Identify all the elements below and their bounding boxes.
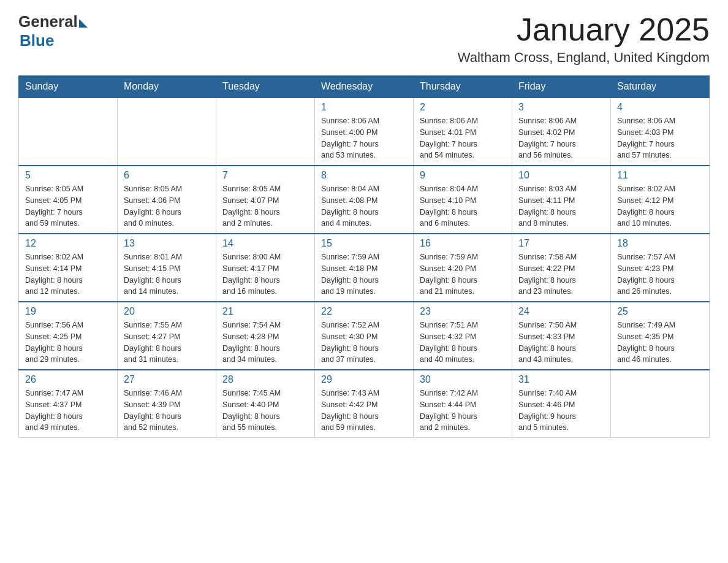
logo-blue-text: Blue [20, 31, 54, 50]
week-row-1: 1Sunrise: 8:06 AMSunset: 4:00 PMDaylight… [19, 98, 710, 166]
calendar-cell: 17Sunrise: 7:58 AMSunset: 4:22 PMDayligh… [512, 234, 611, 302]
calendar-cell: 7Sunrise: 8:05 AMSunset: 4:07 PMDaylight… [216, 166, 315, 234]
calendar-cell: 12Sunrise: 8:02 AMSunset: 4:14 PMDayligh… [19, 234, 118, 302]
header-thursday: Thursday [414, 76, 512, 98]
day-info: Sunrise: 8:02 AMSunset: 4:12 PMDaylight:… [617, 183, 703, 229]
day-number: 9 [420, 170, 506, 181]
day-number: 12 [25, 238, 111, 249]
calendar-cell: 13Sunrise: 8:01 AMSunset: 4:15 PMDayligh… [118, 234, 216, 302]
day-info: Sunrise: 8:06 AMSunset: 4:02 PMDaylight:… [518, 115, 604, 161]
day-number: 25 [617, 306, 703, 317]
calendar-cell: 2Sunrise: 8:06 AMSunset: 4:01 PMDaylight… [414, 98, 512, 166]
header-saturday: Saturday [611, 76, 710, 98]
day-info: Sunrise: 7:43 AMSunset: 4:42 PMDaylight:… [321, 388, 407, 434]
day-number: 10 [518, 170, 604, 181]
day-info: Sunrise: 7:42 AMSunset: 4:44 PMDaylight:… [420, 388, 506, 434]
day-info: Sunrise: 8:06 AMSunset: 4:00 PMDaylight:… [321, 115, 407, 161]
calendar-cell: 8Sunrise: 8:04 AMSunset: 4:08 PMDaylight… [315, 166, 414, 234]
header-wednesday: Wednesday [315, 76, 414, 98]
calendar-cell: 6Sunrise: 8:05 AMSunset: 4:06 PMDaylight… [118, 166, 216, 234]
day-number: 27 [124, 374, 210, 385]
day-number: 7 [222, 170, 308, 181]
day-info: Sunrise: 8:04 AMSunset: 4:10 PMDaylight:… [420, 183, 506, 229]
calendar-cell: 25Sunrise: 7:49 AMSunset: 4:35 PMDayligh… [611, 302, 710, 370]
day-number: 18 [617, 238, 703, 249]
day-info: Sunrise: 7:46 AMSunset: 4:39 PMDaylight:… [124, 388, 210, 434]
day-info: Sunrise: 7:58 AMSunset: 4:22 PMDaylight:… [518, 251, 604, 297]
week-row-5: 26Sunrise: 7:47 AMSunset: 4:37 PMDayligh… [19, 370, 710, 438]
calendar-cell: 10Sunrise: 8:03 AMSunset: 4:11 PMDayligh… [512, 166, 611, 234]
calendar-cell [19, 98, 118, 166]
calendar-cell: 5Sunrise: 8:05 AMSunset: 4:05 PMDaylight… [19, 166, 118, 234]
day-number: 14 [222, 238, 308, 249]
day-number: 1 [321, 102, 407, 113]
calendar-cell: 4Sunrise: 8:06 AMSunset: 4:03 PMDaylight… [611, 98, 710, 166]
calendar-cell [216, 98, 315, 166]
day-number: 19 [25, 306, 111, 317]
logo-arrow-icon [79, 19, 88, 28]
day-info: Sunrise: 8:05 AMSunset: 4:06 PMDaylight:… [124, 183, 210, 229]
day-info: Sunrise: 7:40 AMSunset: 4:46 PMDaylight:… [518, 388, 604, 434]
day-number: 3 [518, 102, 604, 113]
day-number: 8 [321, 170, 407, 181]
calendar-cell: 22Sunrise: 7:52 AMSunset: 4:30 PMDayligh… [315, 302, 414, 370]
day-info: Sunrise: 8:05 AMSunset: 4:05 PMDaylight:… [25, 183, 111, 229]
page-header: General Blue January 2025 Waltham Cross,… [18, 12, 710, 66]
calendar-cell: 29Sunrise: 7:43 AMSunset: 4:42 PMDayligh… [315, 370, 414, 438]
day-number: 6 [124, 170, 210, 181]
month-title: January 2025 [458, 12, 710, 47]
logo: General Blue [18, 12, 88, 50]
calendar-cell: 15Sunrise: 7:59 AMSunset: 4:18 PMDayligh… [315, 234, 414, 302]
day-info: Sunrise: 7:54 AMSunset: 4:28 PMDaylight:… [222, 320, 308, 366]
calendar-cell: 21Sunrise: 7:54 AMSunset: 4:28 PMDayligh… [216, 302, 315, 370]
day-info: Sunrise: 7:51 AMSunset: 4:32 PMDaylight:… [420, 320, 506, 366]
day-info: Sunrise: 8:03 AMSunset: 4:11 PMDaylight:… [518, 183, 604, 229]
calendar-cell: 16Sunrise: 7:59 AMSunset: 4:20 PMDayligh… [414, 234, 512, 302]
calendar-cell: 20Sunrise: 7:55 AMSunset: 4:27 PMDayligh… [118, 302, 216, 370]
day-info: Sunrise: 8:00 AMSunset: 4:17 PMDaylight:… [222, 251, 308, 297]
calendar-cell: 14Sunrise: 8:00 AMSunset: 4:17 PMDayligh… [216, 234, 315, 302]
day-info: Sunrise: 7:55 AMSunset: 4:27 PMDaylight:… [124, 320, 210, 366]
header-sunday: Sunday [19, 76, 118, 98]
header-monday: Monday [118, 76, 216, 98]
day-number: 17 [518, 238, 604, 249]
calendar-table: SundayMondayTuesdayWednesdayThursdayFrid… [18, 75, 710, 438]
day-number: 22 [321, 306, 407, 317]
week-row-4: 19Sunrise: 7:56 AMSunset: 4:25 PMDayligh… [19, 302, 710, 370]
logo-general-text: General [18, 12, 78, 31]
calendar-cell: 9Sunrise: 8:04 AMSunset: 4:10 PMDaylight… [414, 166, 512, 234]
day-info: Sunrise: 7:47 AMSunset: 4:37 PMDaylight:… [25, 388, 111, 434]
day-info: Sunrise: 7:59 AMSunset: 4:20 PMDaylight:… [420, 251, 506, 297]
day-info: Sunrise: 7:59 AMSunset: 4:18 PMDaylight:… [321, 251, 407, 297]
calendar-cell [611, 370, 710, 438]
week-row-3: 12Sunrise: 8:02 AMSunset: 4:14 PMDayligh… [19, 234, 710, 302]
day-number: 28 [222, 374, 308, 385]
day-info: Sunrise: 8:06 AMSunset: 4:03 PMDaylight:… [617, 115, 703, 161]
day-info: Sunrise: 8:04 AMSunset: 4:08 PMDaylight:… [321, 183, 407, 229]
day-number: 2 [420, 102, 506, 113]
day-number: 30 [420, 374, 506, 385]
calendar-cell: 26Sunrise: 7:47 AMSunset: 4:37 PMDayligh… [19, 370, 118, 438]
calendar-cell: 1Sunrise: 8:06 AMSunset: 4:00 PMDaylight… [315, 98, 414, 166]
day-info: Sunrise: 7:50 AMSunset: 4:33 PMDaylight:… [518, 320, 604, 366]
day-info: Sunrise: 7:56 AMSunset: 4:25 PMDaylight:… [25, 320, 111, 366]
day-info: Sunrise: 7:45 AMSunset: 4:40 PMDaylight:… [222, 388, 308, 434]
day-number: 20 [124, 306, 210, 317]
day-number: 11 [617, 170, 703, 181]
title-area: January 2025 Waltham Cross, England, Uni… [458, 12, 710, 66]
day-info: Sunrise: 7:49 AMSunset: 4:35 PMDaylight:… [617, 320, 703, 366]
calendar-cell: 28Sunrise: 7:45 AMSunset: 4:40 PMDayligh… [216, 370, 315, 438]
day-number: 16 [420, 238, 506, 249]
calendar-cell: 27Sunrise: 7:46 AMSunset: 4:39 PMDayligh… [118, 370, 216, 438]
week-row-2: 5Sunrise: 8:05 AMSunset: 4:05 PMDaylight… [19, 166, 710, 234]
day-info: Sunrise: 7:52 AMSunset: 4:30 PMDaylight:… [321, 320, 407, 366]
day-info: Sunrise: 8:02 AMSunset: 4:14 PMDaylight:… [25, 251, 111, 297]
day-info: Sunrise: 8:01 AMSunset: 4:15 PMDaylight:… [124, 251, 210, 297]
calendar-cell: 23Sunrise: 7:51 AMSunset: 4:32 PMDayligh… [414, 302, 512, 370]
location-title: Waltham Cross, England, United Kingdom [458, 50, 710, 66]
day-number: 4 [617, 102, 703, 113]
calendar-cell: 30Sunrise: 7:42 AMSunset: 4:44 PMDayligh… [414, 370, 512, 438]
day-number: 23 [420, 306, 506, 317]
calendar-cell: 18Sunrise: 7:57 AMSunset: 4:23 PMDayligh… [611, 234, 710, 302]
calendar-cell [118, 98, 216, 166]
